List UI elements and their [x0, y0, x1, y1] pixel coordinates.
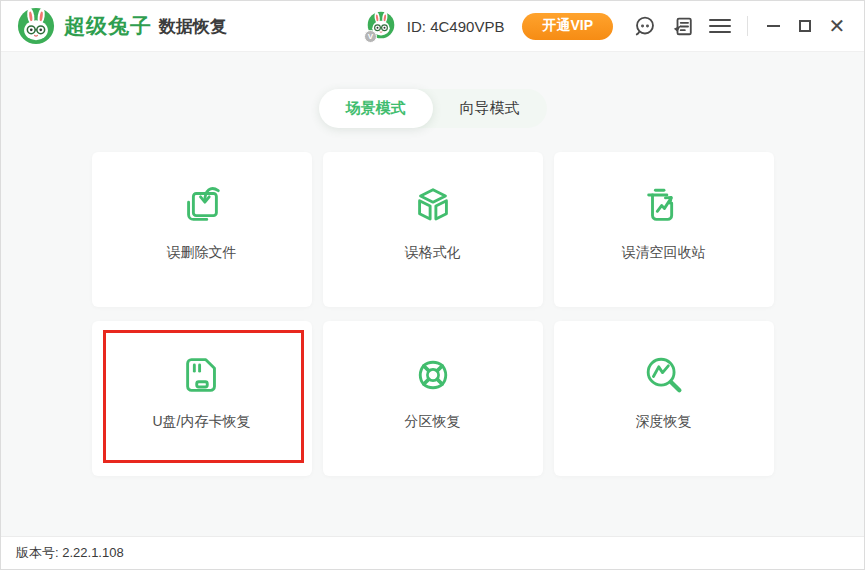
- maximize-button[interactable]: [792, 13, 818, 39]
- rabbit-logo-icon: [17, 7, 55, 45]
- app-brand-title: 超级兔子: [64, 12, 152, 40]
- minimize-button[interactable]: [760, 13, 786, 39]
- card-recycle-bin[interactable]: 误清空回收站: [554, 152, 774, 307]
- tab-scene-mode[interactable]: 场景模式: [319, 89, 433, 128]
- card-deleted-files[interactable]: 误删除文件: [92, 152, 312, 307]
- tab-wizard-mode[interactable]: 向导模式: [433, 89, 547, 128]
- customer-service-button[interactable]: [633, 14, 657, 38]
- card-label: 误删除文件: [167, 244, 237, 262]
- format-cube-icon: [410, 183, 456, 229]
- app-product-title: 数据恢复: [159, 15, 227, 38]
- card-deep-recovery[interactable]: 深度恢复: [554, 321, 774, 476]
- close-icon: ✕: [829, 16, 846, 36]
- hamburger-menu-icon[interactable]: [709, 14, 731, 38]
- open-vip-button[interactable]: 开通VIP: [522, 13, 613, 40]
- deep-scan-icon: [641, 352, 687, 398]
- vip-level-badge: V: [364, 30, 377, 43]
- version-label: 版本号: 2.22.1.108: [16, 544, 124, 562]
- minimize-icon: [767, 25, 780, 27]
- close-button[interactable]: ✕: [824, 13, 850, 39]
- card-label: U盘/内存卡恢复: [153, 413, 251, 431]
- titlebar-divider: [747, 16, 748, 36]
- user-id-label: ID: 4C490VPB: [407, 18, 505, 35]
- maximize-icon: [799, 20, 811, 32]
- card-partition[interactable]: 分区恢复: [323, 321, 543, 476]
- status-bar: 版本号: 2.22.1.108: [1, 536, 864, 569]
- card-label: 分区恢复: [405, 413, 461, 431]
- feedback-button[interactable]: [671, 14, 695, 38]
- recycle-bin-restore-icon: [641, 183, 687, 229]
- avatar[interactable]: V: [367, 11, 397, 41]
- partition-icon: [410, 352, 456, 398]
- feedback-form-icon: [672, 15, 694, 37]
- file-restore-icon: [179, 183, 225, 229]
- app-window: 超级兔子 数据恢复 V ID: 4C490VPB 开通VIP: [0, 0, 865, 570]
- card-formatted[interactable]: 误格式化: [323, 152, 543, 307]
- titlebar-right: V ID: 4C490VPB 开通VIP: [367, 11, 850, 41]
- mode-tabs: 场景模式 向导模式: [319, 89, 547, 128]
- sd-card-icon: [179, 352, 225, 398]
- main-area: 场景模式 向导模式 误删除文件 误: [1, 51, 864, 536]
- card-label: 误格式化: [405, 244, 461, 262]
- card-label: 误清空回收站: [622, 244, 706, 262]
- card-label: 深度恢复: [636, 413, 692, 431]
- recovery-card-grid: 误删除文件 误格式化 误清空回收: [92, 152, 774, 476]
- titlebar: 超级兔子 数据恢复 V ID: 4C490VPB 开通VIP: [1, 1, 864, 51]
- customer-service-icon: [634, 15, 656, 37]
- card-usb-memory-card[interactable]: U盘/内存卡恢复: [92, 321, 312, 476]
